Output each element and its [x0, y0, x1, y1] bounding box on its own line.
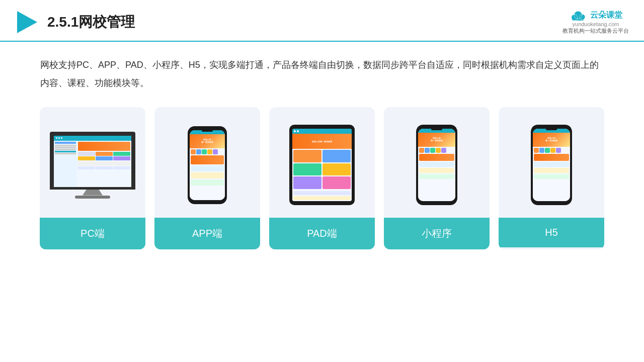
app-phone-mockup: 职场人的第一堂训练课: [188, 126, 227, 204]
app-image-area: 职场人的第一堂训练课: [154, 107, 260, 218]
pc-image-area: [40, 107, 145, 218]
card-pc-label: PC端: [40, 218, 145, 249]
cloud-logo-icon: [569, 9, 587, 21]
header: 2.5.1网校管理 云朵课堂 yunduoketang.com 教育机构一站式服…: [0, 0, 644, 42]
pc-mockup: [50, 132, 135, 199]
card-miniprogram: 职场人的第一堂训练课: [384, 107, 490, 249]
h5-image-area: 职场人的第一堂训练课: [499, 107, 604, 218]
pad-tablet-mockup: 职场人的第一堂训练课: [289, 125, 355, 205]
logo-cloud: 云朵课堂: [569, 9, 622, 21]
card-pad: 职场人的第一堂训练课 PAD端: [269, 107, 375, 249]
page-title: 2.5.1网校管理: [47, 13, 135, 32]
play-icon: [15, 10, 39, 34]
header-left: 2.5.1网校管理: [15, 10, 135, 34]
miniprogram-phone-mockup: 职场人的第一堂训练课: [416, 125, 457, 205]
svg-rect-4: [572, 17, 584, 21]
description-text: 网校支持PC、APP、PAD、小程序、H5，实现多端打通，产品各终端自由切换，数…: [0, 42, 644, 97]
pad-image-area: 职场人的第一堂训练课: [269, 107, 375, 218]
cards-section: PC端 职场人的第一堂训练课: [0, 97, 644, 259]
logo-name: 云朵课堂: [590, 10, 622, 21]
logo-url: yunduoketang.com: [573, 21, 619, 27]
card-h5-label: H5: [499, 218, 604, 247]
card-pc: PC端: [40, 107, 145, 249]
card-miniprogram-label: 小程序: [384, 218, 490, 249]
miniprogram-image-area: 职场人的第一堂训练课: [384, 107, 490, 218]
card-pad-label: PAD端: [269, 218, 375, 249]
logo-area: 云朵课堂 yunduoketang.com 教育机构一站式服务云平台: [562, 9, 629, 35]
monitor-screen: [50, 132, 135, 190]
svg-marker-0: [17, 11, 37, 33]
card-app-label: APP端: [154, 218, 260, 249]
logo-tagline: 教育机构一站式服务云平台: [562, 27, 629, 35]
h5-phone-mockup: 职场人的第一堂训练课: [531, 125, 572, 205]
card-app: 职场人的第一堂训练课: [154, 107, 260, 249]
card-h5: 职场人的第一堂训练课: [499, 107, 604, 249]
